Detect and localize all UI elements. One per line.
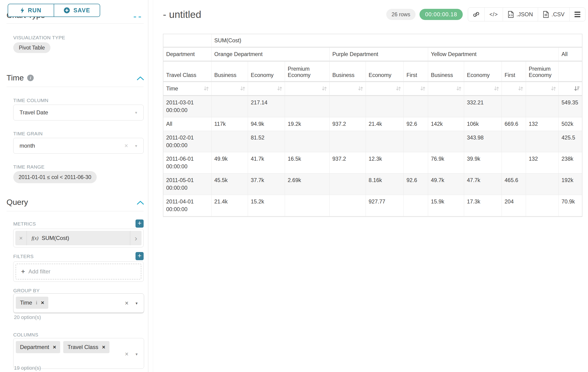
sort-icon[interactable]: [456, 86, 462, 92]
remove-tag-icon[interactable]: ×: [41, 299, 44, 306]
remove-tag-icon[interactable]: ×: [102, 344, 105, 350]
sort-icon[interactable]: [518, 86, 524, 92]
remove-metric-icon[interactable]: ×: [15, 231, 27, 245]
pivot-value-cell: [404, 96, 428, 117]
pivot-value-cell: [330, 96, 366, 117]
pivot-value-cell: 465.6: [502, 174, 526, 195]
remove-tag-icon[interactable]: ×: [53, 344, 56, 350]
sort-icon[interactable]: [494, 86, 500, 92]
pivot-row-label: All: [163, 117, 211, 131]
pivot-value-cell: [285, 96, 330, 117]
time-range-label: TIME RANGE: [13, 164, 45, 170]
export-json-button[interactable]: .JSON: [503, 8, 538, 21]
panel-divider-track: [153, 0, 153, 372]
run-button[interactable]: RUN: [8, 4, 54, 17]
travel-class-header: Economy: [248, 62, 285, 82]
time-sort-header[interactable]: Time: [163, 82, 211, 96]
sort-header-cell[interactable]: [330, 82, 366, 96]
sort-header-cell[interactable]: [502, 82, 526, 96]
sort-header-cell[interactable]: [404, 82, 428, 96]
time-column-select[interactable]: Travel Date ▼: [13, 105, 144, 120]
chevron-up-icon[interactable]: [137, 201, 144, 205]
save-button[interactable]: SAVE: [54, 4, 100, 17]
clear-icon[interactable]: ×: [125, 351, 128, 358]
divider: [7, 87, 144, 87]
menu-button[interactable]: [569, 8, 585, 21]
clear-icon[interactable]: ×: [125, 299, 128, 307]
code-icon: </>: [489, 11, 498, 18]
sort-header-cell[interactable]: [211, 82, 248, 96]
pivot-value-cell: 12.3k: [366, 152, 404, 174]
group-by-select[interactable]: Time i × × ▼: [13, 293, 144, 313]
row-count-badge: 26 rows: [386, 9, 416, 20]
embed-code-button[interactable]: </>: [484, 8, 503, 21]
caret-down-icon[interactable]: ▼: [135, 301, 138, 305]
metrics-label: METRICS: [13, 221, 36, 227]
info-icon: i: [27, 75, 34, 81]
time-section-heading: Time i: [7, 73, 34, 82]
add-filter-button[interactable]: +: [136, 252, 144, 260]
sort-icon[interactable]: [550, 86, 557, 92]
time-grain-select[interactable]: month × ▼: [13, 138, 144, 154]
chevron-up-icon[interactable]: [137, 76, 144, 81]
sort-descending-icon[interactable]: [573, 86, 580, 92]
pivot-row: 2011-04-01 00:00:0021.4k15.2k927.7715.9k…: [163, 195, 582, 216]
clear-icon[interactable]: ×: [124, 142, 128, 149]
sort-icon[interactable]: [277, 86, 283, 92]
columns-tag: Department ×: [16, 341, 60, 353]
caret-down-icon[interactable]: ▼: [134, 144, 138, 148]
caret-down-icon[interactable]: ▼: [135, 352, 138, 356]
chevron-right-icon[interactable]: ›: [130, 231, 142, 245]
divider: [7, 23, 144, 24]
sort-header-cell[interactable]: [464, 82, 502, 96]
pivot-value-cell: 37.7k: [248, 174, 285, 195]
sort-header-cell[interactable]: [526, 82, 559, 96]
control-panel: Chart Type RUN SAVE VISUALIZATION TYPE P…: [0, 0, 153, 372]
pivot-value-cell: [330, 174, 366, 195]
pivot-row: 2011-03-01 00:00:00217.14332.21549.35: [163, 96, 582, 117]
lightning-icon: [21, 7, 24, 13]
time-column-label: TIME COLUMN: [13, 98, 48, 103]
pivot-row: 2011-02-01 00:00:0081.52343.98425.5: [163, 131, 582, 152]
chart-title[interactable]: - untitled: [163, 9, 201, 20]
pivot-value-cell: 47.7k: [464, 174, 502, 195]
pivot-corner-cell: [163, 34, 211, 48]
columns-tag: Travel Class ×: [63, 341, 109, 353]
pivot-value-cell: 117k: [211, 117, 248, 131]
columns-select[interactable]: Department × Travel Class × × ▼: [13, 338, 144, 369]
visualization-type-pill[interactable]: Pivot Table: [13, 42, 51, 53]
metric-item[interactable]: × f(x) SUM(Cost) ›: [15, 231, 142, 245]
pivot-value-cell: [526, 174, 559, 195]
sort-header-cell[interactable]: [428, 82, 464, 96]
export-csv-button[interactable]: .CSV: [538, 8, 569, 21]
sort-header-cell[interactable]: [285, 82, 330, 96]
columns-tag-label: Travel Class: [67, 344, 98, 350]
plus-icon: +: [21, 268, 25, 275]
pivot-table: SUM(Cost)DepartmentOrange DepartmentPurp…: [163, 34, 582, 217]
run-button-label: RUN: [28, 7, 42, 14]
time-grain-value: month: [20, 142, 35, 149]
sort-header-cell[interactable]: [248, 82, 285, 96]
add-filter-dropzone[interactable]: + Add filter: [16, 264, 141, 279]
time-range-pill[interactable]: 2011-01-01 ≤ col < 2011-06-30: [13, 171, 97, 183]
copy-link-button[interactable]: [468, 8, 484, 21]
pivot-value-cell: 49.9k: [211, 152, 248, 174]
pivot-value-cell: 81.52: [248, 131, 285, 152]
sort-icon[interactable]: [357, 86, 364, 92]
sort-icon[interactable]: [321, 86, 327, 92]
caret-down-icon[interactable]: ▼: [134, 111, 138, 115]
pivot-value-cell: 343.98: [464, 131, 502, 152]
sort-icon[interactable]: [420, 86, 426, 92]
sort-icon[interactable]: [203, 86, 210, 92]
pivot-value-cell: [404, 195, 428, 216]
sort-icon[interactable]: [395, 86, 402, 92]
add-metric-button[interactable]: +: [136, 220, 144, 228]
panel-divider[interactable]: [148, 0, 148, 372]
sort-header-cell[interactable]: [366, 82, 404, 96]
sort-icon[interactable]: [240, 86, 246, 92]
pivot-value-cell: [502, 152, 526, 174]
clipped-icon-remnant: [134, 17, 136, 17]
sort-header-cell[interactable]: [559, 82, 582, 96]
group-by-label: GROUP BY: [13, 288, 40, 293]
metric-value: SUM(Cost): [42, 235, 69, 241]
